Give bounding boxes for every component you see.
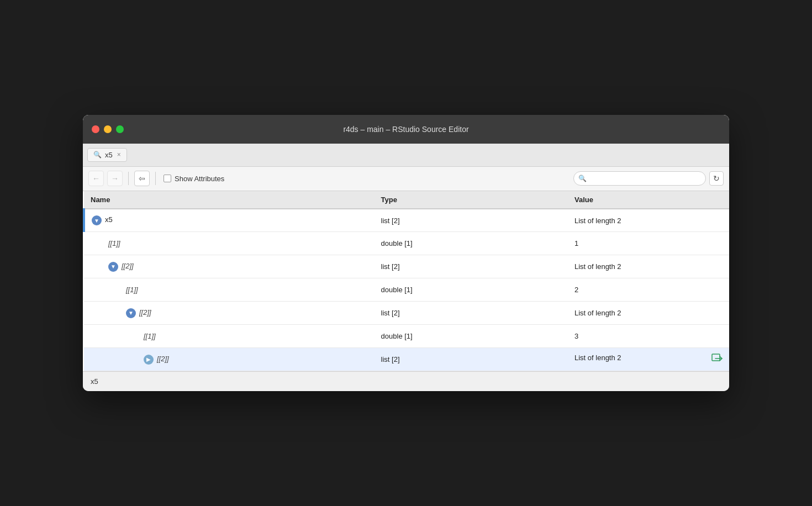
tab-close-button[interactable]: × <box>117 151 121 159</box>
separator-1 <box>128 172 129 185</box>
cell-value-text: 2 <box>574 286 578 294</box>
tab-label: x5 <box>105 151 113 159</box>
show-attributes-area: Show Attributes <box>164 175 224 183</box>
cell-type: list [2] <box>375 255 568 278</box>
cell-value-text: 1 <box>574 239 578 247</box>
table-row: [[1]]double [1]3 <box>84 325 729 348</box>
cell-value-text: List of length 2 <box>574 354 621 362</box>
expand-open-icon[interactable]: ▼ <box>126 308 136 318</box>
back-button[interactable]: ← <box>88 171 104 186</box>
cell-value: 3 <box>568 325 729 348</box>
cell-value: List of length 2 <box>568 209 729 232</box>
cell-name[interactable]: ▼x5 <box>84 209 375 232</box>
tab-x5[interactable]: 🔍 x5 × <box>87 148 127 162</box>
data-table-container: Name Type Value ▼x5list [2]List of lengt… <box>83 191 729 372</box>
back-icon: ← <box>92 174 100 183</box>
expand-into-icon[interactable] <box>711 354 723 366</box>
show-attributes-checkbox[interactable] <box>164 175 171 182</box>
cell-value-text: List of length 2 <box>574 262 621 271</box>
traffic-lights <box>92 125 124 133</box>
tab-search-icon: 🔍 <box>93 151 102 159</box>
home-icon: ⇦ <box>139 174 145 183</box>
cell-name: [[1]] <box>84 325 375 348</box>
cell-type: list [2] <box>375 348 568 371</box>
table-row: ▼[[2]]list [2]List of length 2 <box>84 302 729 325</box>
cell-value: List of length 2 <box>568 255 729 278</box>
table-row: [[1]]double [1]1 <box>84 232 729 255</box>
search-icon: 🔍 <box>578 175 587 182</box>
cell-type: list [2] <box>375 209 568 232</box>
cell-name: [[1]] <box>84 232 375 255</box>
cell-type: double [1] <box>375 232 568 255</box>
cell-name-text: [[1]] <box>144 332 156 340</box>
cell-name-text: [[2]] <box>122 262 134 270</box>
cell-type: double [1] <box>375 325 568 348</box>
column-header-name: Name <box>84 191 375 209</box>
cell-type: double [1] <box>375 278 568 302</box>
forward-icon: → <box>111 174 119 183</box>
cell-name-text: [[1]] <box>126 286 138 294</box>
tab-bar: 🔍 x5 × <box>83 144 729 167</box>
table-row: [[1]]double [1]2 <box>84 278 729 302</box>
search-box[interactable]: 🔍 <box>573 171 706 186</box>
svg-rect-0 <box>712 354 720 361</box>
refresh-button[interactable]: ↻ <box>709 171 724 186</box>
column-header-value: Value <box>568 191 729 209</box>
title-bar: r4ds – main – RStudio Source Editor <box>83 115 729 144</box>
cell-name-text: [[2]] <box>139 308 151 317</box>
column-header-type: Type <box>375 191 568 209</box>
cell-value: 2 <box>568 278 729 302</box>
separator-2 <box>155 172 156 185</box>
cell-name[interactable]: ▼[[2]] <box>84 255 375 278</box>
cell-value: 1 <box>568 232 729 255</box>
cell-name-text: [[2]] <box>157 355 169 363</box>
status-text: x5 <box>91 377 98 386</box>
table-header-row: Name Type Value <box>84 191 729 209</box>
rstudio-window: r4ds – main – RStudio Source Editor 🔍 x5… <box>83 115 729 392</box>
cell-value-text: List of length 2 <box>574 217 621 225</box>
toolbar: ← → ⇦ Show Attributes 🔍 ↻ <box>83 167 729 191</box>
expand-open-icon[interactable]: ▼ <box>92 215 102 225</box>
table-row: ▼[[2]]list [2]List of length 2 <box>84 255 729 278</box>
table-row: ▼x5list [2]List of length 2 <box>84 209 729 232</box>
home-button[interactable]: ⇦ <box>134 171 150 186</box>
search-input[interactable] <box>589 175 701 183</box>
cell-value-text: 3 <box>574 332 578 340</box>
window-title: r4ds – main – RStudio Source Editor <box>343 125 468 134</box>
cell-value: List of length 2 <box>568 348 729 371</box>
refresh-icon: ↻ <box>713 174 720 183</box>
cell-name[interactable]: ▶[[2]] <box>84 348 375 371</box>
maximize-button[interactable] <box>116 125 124 133</box>
show-attributes-label: Show Attributes <box>175 175 224 183</box>
expand-closed-icon[interactable]: ▶ <box>144 355 154 365</box>
cell-type: list [2] <box>375 302 568 325</box>
close-button[interactable] <box>92 125 99 133</box>
cell-value: List of length 2 <box>568 302 729 325</box>
data-table: Name Type Value ▼x5list [2]List of lengt… <box>83 191 729 372</box>
minimize-button[interactable] <box>104 125 112 133</box>
expand-open-icon[interactable]: ▼ <box>108 262 118 272</box>
status-bar: x5 <box>83 371 729 391</box>
forward-button[interactable]: → <box>107 171 123 186</box>
cell-name-text: x5 <box>105 215 113 224</box>
cell-name: [[1]] <box>84 278 375 302</box>
cell-name[interactable]: ▼[[2]] <box>84 302 375 325</box>
cell-value-text: List of length 2 <box>574 309 621 317</box>
table-row: ▶[[2]]list [2]List of length 2 <box>84 348 729 371</box>
cell-name-text: [[1]] <box>108 239 120 247</box>
